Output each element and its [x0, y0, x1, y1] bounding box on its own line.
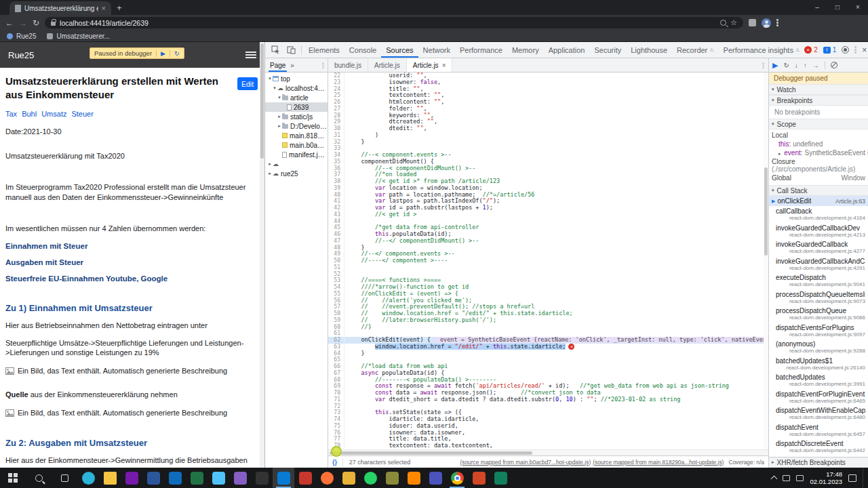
- file-tree-item[interactable]: ▾top: [265, 74, 328, 83]
- line-number[interactable]: 23: [328, 79, 344, 86]
- zoom-indicator-icon[interactable]: [720, 20, 726, 26]
- bookmark-item[interactable]: Rue25: [7, 33, 36, 40]
- code-line[interactable]: 31 ): [328, 132, 768, 139]
- line-number[interactable]: 55: [328, 291, 344, 298]
- code-line[interactable]: 58 // window.location.href = "/edit/" + …: [328, 310, 768, 317]
- code-line[interactable]: 72: [328, 403, 768, 410]
- line-number[interactable]: 45: [328, 224, 344, 231]
- code-line[interactable]: 35 componentDidMount() {: [328, 159, 768, 165]
- code-line[interactable]: 37 //*on loaded: [328, 171, 768, 178]
- code-line[interactable]: 53 //====< functions >====: [328, 277, 768, 284]
- code-line[interactable]: 49 //--</ component.events >--: [328, 251, 768, 258]
- hamburger-menu-icon[interactable]: [245, 52, 256, 58]
- code-line[interactable]: 28 keywords: "",: [328, 113, 768, 119]
- callstack-frame[interactable]: processDispatchQueuereact-dom.developmen…: [769, 306, 868, 323]
- devtools-tab-recorder[interactable]: Recorder⚠: [672, 42, 719, 58]
- line-number[interactable]: 57: [328, 304, 344, 310]
- scope-this[interactable]: this:undefined: [769, 140, 868, 148]
- devtools-tab-security[interactable]: Security: [589, 42, 626, 58]
- navigator-tab-page[interactable]: Page: [269, 58, 287, 72]
- line-number[interactable]: 31: [328, 132, 344, 139]
- volume-icon[interactable]: [796, 475, 804, 481]
- devtools-tab-elements[interactable]: Elements: [304, 42, 344, 58]
- line-number[interactable]: 67: [328, 370, 344, 377]
- taskbar-powerpoint-icon[interactable]: [468, 468, 490, 488]
- line-number[interactable]: 76: [328, 430, 344, 436]
- line-number[interactable]: 52: [328, 271, 344, 278]
- navigator-menu-icon[interactable]: [322, 62, 323, 68]
- editor-tab[interactable]: bundle.js: [328, 58, 368, 72]
- line-number[interactable]: 39: [328, 185, 344, 192]
- step-out-button[interactable]: ↑: [804, 62, 807, 69]
- line-number[interactable]: 51: [328, 264, 344, 271]
- resume-button[interactable]: ▶: [772, 61, 778, 70]
- tag-link[interactable]: Umsatz: [41, 110, 66, 118]
- code-line[interactable]: 24 title: "",: [328, 86, 768, 93]
- console-errors-icon[interactable]: ×: [804, 46, 812, 54]
- line-number[interactable]: 37: [328, 171, 344, 178]
- file-tree-item[interactable]: ▸D:/Developm: [265, 121, 328, 131]
- taskbar-keepass-icon[interactable]: [294, 468, 316, 488]
- code-line[interactable]: 22 userid: "",: [328, 73, 768, 79]
- browser-tab[interactable]: Umsatzsteuererklärung erst... ×: [9, 1, 111, 15]
- file-tree-item[interactable]: ▸☁rue25: [265, 169, 328, 178]
- code-line[interactable]: 69 const response = await fetch('api/art…: [328, 383, 768, 390]
- file-tree-item[interactable]: main.81829...: [265, 131, 328, 140]
- code-line[interactable]: 40 var path = location.pathname; //*=/ar…: [328, 192, 768, 199]
- line-number[interactable]: 64: [328, 350, 344, 357]
- callstack-frame[interactable]: dispatchEventForPluginEventS...react-dom…: [769, 389, 868, 406]
- line-number[interactable]: 68: [328, 377, 344, 384]
- editor-vertical-scrollbar[interactable]: [764, 73, 768, 449]
- editor-tabs-menu-icon[interactable]: [762, 62, 764, 68]
- code-line[interactable]: 30 dtedit: "",: [328, 125, 768, 132]
- taskbar-mail-icon[interactable]: [164, 468, 186, 488]
- code-line[interactable]: 54 ////*arrow()-function to get id: [328, 284, 768, 291]
- line-number[interactable]: 53: [328, 277, 344, 284]
- code-line[interactable]: 64 }: [328, 350, 768, 357]
- tag-link[interactable]: Steuer: [71, 110, 93, 118]
- code-line[interactable]: 33: [328, 145, 768, 152]
- line-number[interactable]: 28: [328, 113, 344, 119]
- code-line[interactable]: 65: [328, 357, 768, 363]
- code-line[interactable]: 25 textcontent: "",: [328, 92, 768, 99]
- callstack-frame[interactable]: ▶onClickEditArticle.js:63: [769, 196, 868, 206]
- devtools-tab-network[interactable]: Network: [418, 42, 455, 58]
- code-line[interactable]: 68 //-------< populateData() >--------: [328, 377, 768, 384]
- callstack-frame[interactable]: invokeGuardedCallbackDevreact-dom.develo…: [769, 223, 868, 240]
- code-line[interactable]: 42 var id = path.substr(lastpos + 1);: [328, 205, 768, 211]
- line-number[interactable]: 73: [328, 409, 344, 416]
- line-number[interactable]: 77: [328, 436, 344, 443]
- line-number[interactable]: 36: [328, 165, 344, 172]
- callstack-frame[interactable]: invokeGuardedCallbackreact-dom.developme…: [769, 239, 868, 256]
- line-number[interactable]: 54: [328, 284, 344, 291]
- code-line[interactable]: 76 isowner: data.isowner,: [328, 430, 768, 436]
- line-number[interactable]: 62: [328, 337, 344, 344]
- code-line[interactable]: 36 //--< componentDidMount() >--: [328, 165, 768, 172]
- file-tree-item[interactable]: main.b0acb...: [265, 140, 328, 150]
- file-tree-item[interactable]: ▸☁: [265, 159, 328, 169]
- code-line[interactable]: 46 this.populateData(id);: [328, 231, 768, 238]
- line-number[interactable]: 61: [328, 330, 344, 337]
- line-number[interactable]: 49: [328, 251, 344, 258]
- browser-menu-icon[interactable]: [776, 18, 778, 27]
- device-toolbar-icon[interactable]: [287, 46, 296, 54]
- watch-section-header[interactable]: ▾Watch: [769, 84, 868, 95]
- reload-button[interactable]: ↻: [33, 18, 39, 28]
- network-icon[interactable]: [783, 475, 790, 481]
- error-count[interactable]: 2: [814, 46, 818, 54]
- task-view-icon[interactable]: [52, 468, 77, 488]
- code-line[interactable]: 73 this.setState(state => ({: [328, 409, 768, 416]
- code-line[interactable]: 39 var location = window.location;: [328, 185, 768, 192]
- line-number[interactable]: 29: [328, 119, 344, 125]
- taskbar-sharex-icon[interactable]: [490, 468, 511, 488]
- code-line[interactable]: 23 isowner: false,: [328, 79, 768, 86]
- devtools-tab-lighthouse[interactable]: Lighthouse: [626, 42, 672, 58]
- step-over-overlay-icon[interactable]: ↻: [170, 50, 180, 57]
- code-line[interactable]: 78 textcontent: data.textcontent,: [328, 443, 768, 449]
- bookmark-item[interactable]: Umsatzsteuerer...: [47, 33, 109, 40]
- source-map-link[interactable]: (source mapped from main.818290a...hot-u…: [593, 459, 724, 466]
- line-number[interactable]: 69: [328, 383, 344, 390]
- navigator-more-tabs-icon[interactable]: »: [290, 62, 294, 69]
- taskbar-notepad-icon[interactable]: [381, 468, 403, 488]
- file-tree-item[interactable]: 2639: [265, 102, 328, 112]
